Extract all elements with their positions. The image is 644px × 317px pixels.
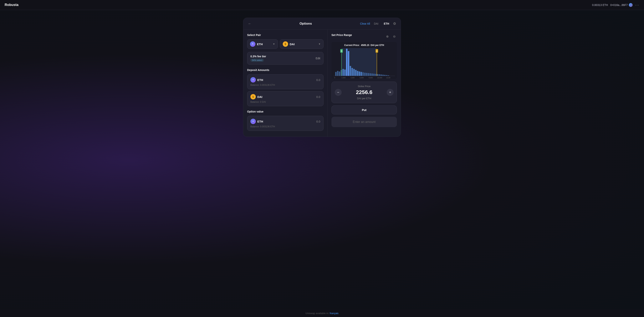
dai-deposit-token-label: $ DAI <box>250 94 262 99</box>
eth-deposit-balance: Balance: 0.003136 ETH <box>250 84 320 86</box>
eth-deposit-name: ETH <box>257 78 263 81</box>
left-column: Select Pair ETH ▼ <box>243 30 328 137</box>
option-eth-value: 0.0 <box>316 120 320 123</box>
dai-deposit-card: $ DAI 0.0 Balance: 0 DAI <box>247 91 324 106</box>
dai-token-icon: $ <box>283 41 288 47</box>
svg-rect-6 <box>342 69 344 76</box>
svg-text:12,00: 12,00 <box>386 77 390 79</box>
footer: Uniswap available in: français <box>0 310 644 317</box>
svg-text:6,000: 6,000 <box>360 77 364 79</box>
eth-chevron-icon: ▼ <box>273 43 275 45</box>
svg-rect-21 <box>370 73 371 76</box>
svg-rect-28 <box>382 75 384 76</box>
strike-price-value: 2256.6 <box>356 89 372 95</box>
svg-rect-23 <box>373 74 375 76</box>
dai-deposit-value: 0.0 <box>316 95 320 98</box>
svg-rect-16 <box>360 72 362 76</box>
eth-token-name: ETH <box>257 42 271 46</box>
svg-rect-20 <box>368 73 369 76</box>
svg-rect-26 <box>378 74 380 76</box>
select-pair-label: Select Pair <box>247 33 324 36</box>
enter-amount-button[interactable]: Enter an amount <box>332 117 397 127</box>
eth-token-icon <box>250 41 256 47</box>
svg-text:10,000: 10,000 <box>377 77 382 79</box>
option-eth-row: ETH 0.0 <box>250 119 320 124</box>
fee-select-badge: 54% select <box>250 59 264 62</box>
right-column: Set Price Range ⊕ ⊖ Current Price: 4505.… <box>328 30 401 137</box>
svg-rect-24 <box>375 74 376 76</box>
fee-tier-box: 0.3% fee tier 54% select Edit <box>247 52 324 65</box>
footer-language-link[interactable]: français <box>330 312 338 315</box>
dai-chevron-icon: ▼ <box>318 43 321 45</box>
dai-deposit-balance: Balance: 0 DAI <box>250 101 320 103</box>
fee-edit-button[interactable]: Edit <box>316 57 320 60</box>
svg-rect-8 <box>346 49 348 76</box>
header-actions: Clear All DAI ETH ⚙ <box>360 21 396 26</box>
svg-rect-3 <box>337 71 338 76</box>
option-eth-icon <box>250 119 256 124</box>
option-eth-name: ETH <box>257 120 263 123</box>
svg-rect-14 <box>357 71 358 76</box>
svg-rect-10 <box>350 66 351 76</box>
price-range-header: Set Price Range ⊕ ⊖ <box>332 33 397 39</box>
panel-body: Select Pair ETH ▼ <box>243 30 401 137</box>
tab-dai[interactable]: DAI <box>372 21 380 26</box>
deposit-amounts-label: Deposit Amounts <box>247 68 324 71</box>
strike-price-unit: DAI per ETH <box>357 97 371 100</box>
svg-rect-2 <box>335 72 337 76</box>
svg-rect-12 <box>353 69 355 76</box>
strike-price-label: Strike Price <box>358 85 370 88</box>
eth-deposit-row: ETH 0.0 <box>250 77 320 82</box>
clear-all-button[interactable]: Clear All <box>360 22 370 25</box>
svg-text:||: || <box>341 50 342 52</box>
price-range-chart: || || 0 2,000 4,000 6,000 8,000 10,000 <box>333 48 395 79</box>
zoom-out-button[interactable]: ⊖ <box>392 34 397 39</box>
svg-rect-11 <box>352 68 353 76</box>
fee-info: 0.3% fee tier 54% select <box>250 55 266 62</box>
eth-deposit-icon <box>250 77 256 82</box>
svg-rect-29 <box>384 75 386 76</box>
options-panel: ← Options Clear All DAI ETH ⚙ Select Pai… <box>243 18 401 137</box>
put-button[interactable]: Put <box>332 105 397 114</box>
eth-selector[interactable]: ETH ▼ <box>247 39 278 49</box>
svg-rect-13 <box>355 70 357 76</box>
tab-eth[interactable]: ETH <box>382 21 391 26</box>
panel-header: ← Options Clear All DAI ETH ⚙ <box>243 18 401 30</box>
settings-button[interactable]: ⚙ <box>393 21 396 26</box>
menu-dots-icon[interactable]: ··· <box>635 3 640 7</box>
eth-deposit-card: ETH 0.0 Balance: 0.003136 ETH <box>247 74 324 89</box>
navbar: Robusta 0.00313 ETH 0×016a...86F7 ··· <box>0 0 644 10</box>
strike-increase-button[interactable]: + <box>387 89 394 96</box>
dai-selector[interactable]: $ DAI ▼ <box>280 39 324 49</box>
svg-rect-17 <box>362 72 364 76</box>
svg-text:2,000: 2,000 <box>342 77 346 79</box>
back-button[interactable]: ← <box>248 22 251 26</box>
navbar-right: 0.00313 ETH 0×016a...86F7 ··· <box>592 3 640 7</box>
svg-rect-4 <box>339 71 340 76</box>
eth-deposit-value: 0.0 <box>316 78 320 81</box>
fee-tier-title: 0.3% fee tier <box>250 55 266 58</box>
zoom-controls: ⊕ ⊖ <box>384 34 397 39</box>
dai-deposit-row: $ DAI 0.0 <box>250 94 320 99</box>
strike-controls: − 2256.6 + <box>335 89 394 96</box>
strike-decrease-button[interactable]: − <box>335 89 342 96</box>
deposit-amounts-section: Deposit Amounts ETH <box>247 68 324 106</box>
current-price-label: Current Price: 4505.15 DAI per ETH <box>333 44 395 46</box>
option-value-section: Option value ETH <box>247 110 324 131</box>
eth-balance-display: 0.00313 ETH <box>592 3 608 6</box>
svg-rect-15 <box>359 71 360 76</box>
svg-rect-19 <box>366 73 368 76</box>
svg-rect-25 <box>377 74 378 76</box>
dai-deposit-icon: $ <box>250 94 256 99</box>
option-eth-token-label: ETH <box>250 119 263 124</box>
app-brand: Robusta <box>4 3 18 7</box>
current-price-value: 4505.15 <box>361 44 369 46</box>
footer-text: Uniswap available in: <box>306 312 330 315</box>
svg-rect-22 <box>372 73 373 76</box>
pair-selectors: ETH ▼ $ DAI ▼ <box>247 39 324 49</box>
zoom-in-button[interactable]: ⊕ <box>384 34 390 39</box>
globe-icon <box>629 3 633 7</box>
eth-deposit-token-label: ETH <box>250 77 263 82</box>
strike-price-box: Strike Price − 2256.6 + DAI per ETH <box>332 81 397 103</box>
svg-text:||: || <box>376 50 378 52</box>
